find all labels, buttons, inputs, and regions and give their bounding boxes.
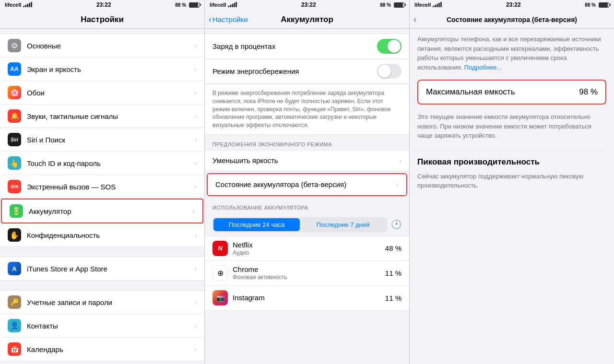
netflix-name: Netflix — [233, 241, 385, 249]
left-panel-title: Настройки — [81, 15, 124, 24]
general-label: Основные — [27, 42, 190, 50]
back-chevron-middle: ‹ — [209, 15, 212, 23]
sidebar-item-itunes[interactable]: A iTunes Store и App Store › — [0, 257, 204, 281]
back-button-middle[interactable]: ‹ Настройки — [209, 15, 248, 23]
itunes-chevron: › — [194, 265, 197, 272]
netflix-percent: 48 % — [385, 244, 401, 252]
contacts-icon: 👤 — [8, 319, 21, 332]
battery-pct-right: 88 % — [585, 2, 596, 8]
touchid-chevron: › — [194, 159, 197, 167]
general-chevron: › — [194, 42, 197, 49]
usage-section-header: ИСПОЛЬЗОВАНИЕ АККУМУЛЯТОРА — [205, 198, 409, 213]
battery-pct-left: 88 % — [175, 2, 186, 8]
status-bar-middle: lifecell 23:22 88 % — [205, 0, 409, 10]
battery-pct-middle: 88 % — [380, 2, 391, 8]
instagram-info: Instagram — [233, 294, 385, 302]
capacity-desc: Это текущее значение емкости аккумулятор… — [417, 112, 606, 141]
sidebar-item-sos[interactable]: SOS Экстренный вызов — SOS › — [0, 175, 204, 199]
battery-icon-left — [189, 2, 200, 8]
instagram-percent: 11 % — [385, 294, 401, 302]
accounts-label: Учетные записи и пароли — [27, 298, 190, 306]
chrome-sub: Фоновая активность — [233, 274, 385, 281]
time-left: 23:22 — [96, 1, 111, 8]
netflix-info: Netflix Аудио — [233, 241, 385, 256]
sidebar-item-wallpaper[interactable]: 🌸 Обои › — [0, 81, 204, 105]
sidebar-item-display[interactable]: AA Экран и яркость › — [0, 58, 204, 81]
accounts-icon: 🔑 — [8, 295, 21, 309]
calendar-icon: 📅 — [8, 342, 21, 356]
privacy-label: Конфиденциальность — [27, 231, 190, 239]
wallpaper-chevron: › — [194, 89, 197, 96]
brightness-row[interactable]: Уменьшить яркость › — [205, 150, 409, 171]
right-panel-content: Аккумуляторы телефона, как и все перезар… — [410, 29, 614, 364]
left-settings-list: ⚙ Основные › AA Экран и яркость › 🌸 Обои… — [0, 29, 204, 364]
touchid-icon: 👆 — [8, 156, 21, 170]
power-saving-toggle[interactable] — [377, 64, 401, 79]
sidebar-item-privacy[interactable]: ✋ Конфиденциальность › — [0, 223, 204, 247]
max-capacity-value: 98 % — [579, 87, 598, 97]
sidebar-item-touchid[interactable]: 👆 Touch ID и код-пароль › — [0, 152, 204, 175]
sidebar-item-sounds[interactable]: 🔔 Звуки, тактильные сигналы › — [0, 105, 204, 128]
instagram-icon: 📷 — [213, 290, 228, 305]
signal-left — [23, 2, 32, 7]
display-label: Экран и яркость — [27, 65, 190, 73]
instagram-name: Instagram — [233, 294, 385, 302]
learn-more-link[interactable]: Подробнее... — [464, 64, 502, 71]
battery-status-label: Состояние аккумулятора (бета-версия) — [215, 180, 392, 188]
time-middle: 23:22 — [301, 1, 316, 8]
app-row-instagram[interactable]: 📷 Instagram 11 % — [205, 286, 409, 311]
sos-chevron: › — [194, 183, 197, 190]
sidebar-item-general[interactable]: ⚙ Основные › — [0, 34, 204, 58]
chrome-name: Chrome — [233, 265, 385, 273]
tab-24h[interactable]: Последние 24 часа — [213, 218, 300, 231]
battery-intro-text: Аккумуляторы телефона, как и все перезар… — [417, 35, 606, 72]
privacy-chevron: › — [194, 231, 197, 239]
charge-percent-label: Заряд в процентах — [213, 42, 377, 50]
sidebar-item-contacts[interactable]: 👤 Контакты › — [0, 314, 204, 338]
signal-middle — [228, 2, 237, 7]
power-saving-row[interactable]: Режим энергосбережения — [205, 59, 409, 84]
tab-7d[interactable]: Последние 7 дней — [300, 218, 386, 231]
signal-right — [433, 2, 442, 7]
itunes-icon: A — [8, 262, 21, 275]
toggle-knob-power — [378, 65, 391, 78]
chrome-icon: ⊕ — [213, 265, 228, 281]
sounds-label: Звуки, тактильные сигналы — [27, 112, 190, 120]
sidebar-item-siri[interactable]: Siri Siri и Поиск › — [0, 128, 204, 152]
middle-panel-header: ‹ Настройки Аккумулятор — [205, 10, 409, 29]
battery-setting-icon: 🔋 — [10, 204, 23, 218]
peak-perf-title: Пиковая производительность — [417, 157, 606, 167]
peak-perf-desc: Сейчас аккумулятор поддерживает нормальн… — [417, 172, 606, 190]
siri-icon: Siri — [8, 133, 21, 146]
brightness-label: Уменьшить яркость — [213, 156, 395, 164]
battery-status-highlight: Состояние аккумулятора (бета-версия) › — [207, 173, 407, 196]
privacy-icon: ✋ — [8, 228, 21, 242]
battery-icon-middle — [394, 2, 404, 8]
back-button-right[interactable]: ‹ — [413, 15, 416, 23]
app-row-netflix[interactable]: N Netflix Аудио 48 % — [205, 236, 409, 261]
middle-panel-title: Аккумулятор — [281, 15, 333, 24]
sidebar-item-accounts[interactable]: 🔑 Учетные записи и пароли › — [0, 290, 204, 314]
right-panel-title: Состояние аккумулятора (бета-версия) — [447, 16, 577, 23]
charge-percent-toggle[interactable] — [377, 39, 401, 54]
back-chevron-right: ‹ — [413, 15, 416, 23]
clock-icon[interactable]: 🕐 — [391, 219, 401, 230]
usage-tabs-container: Последние 24 часа Последние 7 дней 🕐 — [205, 213, 409, 236]
usage-tabs-wrapper: Последние 24 часа Последние 7 дней — [213, 217, 387, 232]
app-row-chrome[interactable]: ⊕ Chrome Фоновая активность 11 % — [205, 261, 409, 286]
sounds-chevron: › — [194, 112, 197, 120]
display-chevron: › — [194, 65, 197, 73]
accounts-chevron: › — [194, 298, 197, 306]
sidebar-item-calendar[interactable]: 📅 Календарь › — [0, 338, 204, 361]
battery-status-row[interactable]: Состояние аккумулятора (бета-версия) › — [208, 174, 406, 195]
wallpaper-label: Обои — [27, 89, 190, 97]
sidebar-item-battery[interactable]: 🔋 Аккумулятор › — [1, 199, 203, 223]
brightness-chevron: › — [399, 157, 401, 164]
max-capacity-card: Максимальная емкость 98 % — [417, 80, 606, 105]
chrome-info: Chrome Фоновая активность — [233, 265, 385, 281]
charge-percent-row[interactable]: Заряд в процентах — [205, 34, 409, 59]
right-panel-header: ‹ Состояние аккумулятора (бета-версия) — [410, 10, 614, 29]
itunes-label: iTunes Store и App Store — [27, 265, 190, 273]
siri-chevron: › — [194, 136, 197, 143]
contacts-label: Контакты — [27, 322, 190, 330]
